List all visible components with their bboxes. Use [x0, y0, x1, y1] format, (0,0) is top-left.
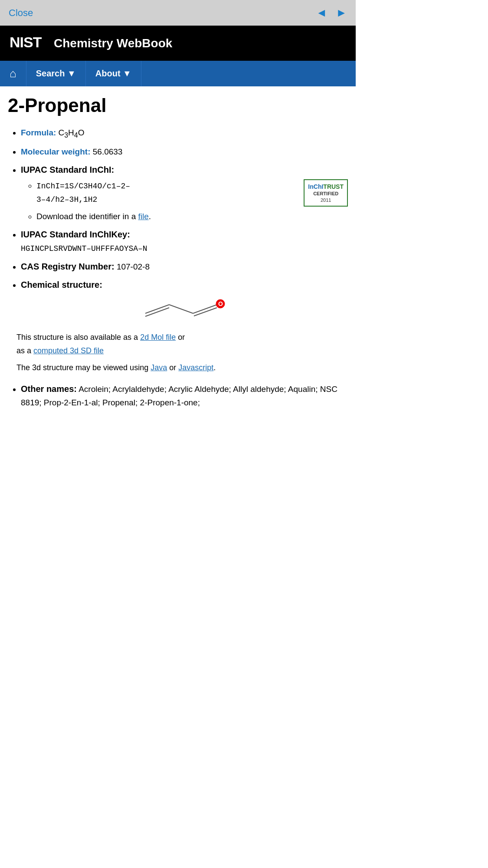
other-names-item: Other names: Acrolein; Acrylaldehyde; Ac… — [21, 382, 348, 409]
close-button[interactable]: Close — [9, 7, 33, 19]
search-nav-label: Search ▼ — [36, 69, 76, 79]
info-list: Formula: C3H4O Molecular weight: 56.0633… — [8, 126, 348, 409]
iupac-inchikey-label: IUPAC Standard InChIKey: — [21, 230, 130, 239]
inchi-trust-badge-label: InChITRUST — [308, 183, 344, 191]
nav-bar: ⌂ Search ▼ About ▼ — [0, 61, 356, 86]
structure-svg-wrap: O — [21, 296, 348, 326]
about-nav-item[interactable]: About ▼ — [86, 61, 141, 86]
top-bar: Close ◄ ► — [0, 0, 356, 26]
year-text: 2011 — [308, 197, 344, 203]
inchi-text-block: InChI=1S/C3H4O/c1–2–3–4/h2–3H,1H2 — [36, 179, 298, 206]
inchikey-value: HGINCPLSRVDWNT–UHFFFAOYSA–N — [21, 244, 147, 253]
top-bar-navigation: ◄ ► — [316, 6, 347, 20]
inchi-string-item: InChI=1S/C3H4O/c1–2–3–4/h2–3H,1H2 InChIT… — [36, 179, 348, 207]
other-names-label: Other names: — [21, 384, 77, 394]
inchikey-item: IUPAC Standard InChIKey: HGINCPLSRVDWNT–… — [21, 227, 348, 255]
formula-item: Formula: C3H4O — [21, 126, 348, 141]
molecular-weight-label[interactable]: Molecular weight: — [21, 147, 90, 156]
molecular-weight-value: 56.0633 — [93, 147, 123, 156]
molecular-weight-item: Molecular weight: 56.0633 — [21, 145, 348, 158]
formula-label[interactable]: Formula: — [21, 128, 56, 137]
structure-text-5: . — [213, 363, 216, 372]
home-icon: ⌂ — [10, 67, 16, 80]
cas-value: 107-02-8 — [117, 262, 150, 271]
inchi-sub-list: InChI=1S/C3H4O/c1–2–3–4/h2–3H,1H2 InChIT… — [21, 179, 348, 223]
main-content: 2-Propenal Formula: C3H4O Molecular weig… — [0, 86, 356, 422]
chemical-structure-svg: O — [137, 296, 232, 326]
download-identifier-item: Download the identifier in a file. — [36, 210, 348, 223]
svg-text:O: O — [218, 300, 223, 307]
inchi-string: InChI=1S/C3H4O/c1–2–3–4/h2–3H,1H2 — [36, 182, 130, 204]
cas-item: CAS Registry Number: 107-02-8 — [21, 260, 348, 273]
mol-file-link[interactable]: 2d Mol file — [140, 333, 176, 342]
iupac-inchi-label: IUPAC Standard InChI: — [21, 165, 114, 174]
download-identifier-text: Download the identifier in a — [36, 212, 136, 221]
download-identifier-link[interactable]: file — [138, 212, 148, 221]
nist-logo: NIST — [8, 32, 47, 55]
structure-3d-text: The 3d structure may be viewed using Jav… — [16, 361, 348, 378]
nist-logo-text: NIST — [8, 36, 47, 54]
nist-logo-svg: NIST — [8, 32, 47, 51]
search-nav-item[interactable]: Search ▼ — [26, 61, 86, 86]
download-period: . — [149, 212, 151, 221]
forward-button[interactable]: ► — [336, 6, 347, 20]
svg-text:NIST: NIST — [10, 34, 42, 50]
cas-label: CAS Registry Number: — [21, 262, 115, 271]
sd-file-link[interactable]: computed 3d SD file — [33, 346, 104, 355]
chemical-structure-label: Chemical structure: — [21, 280, 102, 289]
structure-text-3: The 3d structure may be viewed using — [16, 363, 148, 372]
site-title: Chemistry WebBook — [54, 36, 172, 50]
site-header: NIST Chemistry WebBook — [0, 26, 356, 61]
structure-text-4: or — [169, 363, 178, 372]
structure-container: O — [21, 296, 348, 326]
chemical-structure-item: Chemical structure: O — [21, 278, 348, 378]
java-link[interactable]: Java — [151, 363, 167, 372]
inchi-trust-badge: InChITRUST CERTIFIED 2011 — [304, 179, 348, 207]
certified-text: CERTIFIED — [308, 191, 344, 197]
page-title: 2-Propenal — [8, 95, 348, 116]
back-button[interactable]: ◄ — [316, 6, 328, 20]
javascript-link[interactable]: Javascript — [178, 363, 213, 372]
structure-availability-text: This structure is also available as a 2d… — [16, 331, 348, 361]
svg-line-4 — [169, 305, 193, 313]
inchi-trust-container: InChI=1S/C3H4O/c1–2–3–4/h2–3H,1H2 InChIT… — [36, 179, 348, 207]
about-nav-label: About ▼ — [95, 69, 131, 79]
structure-text-1: This structure is also available as a — [16, 333, 138, 342]
home-nav-item[interactable]: ⌂ — [0, 61, 26, 86]
iupac-inchi-item: IUPAC Standard InChI: InChI=1S/C3H4O/c1–… — [21, 163, 348, 224]
